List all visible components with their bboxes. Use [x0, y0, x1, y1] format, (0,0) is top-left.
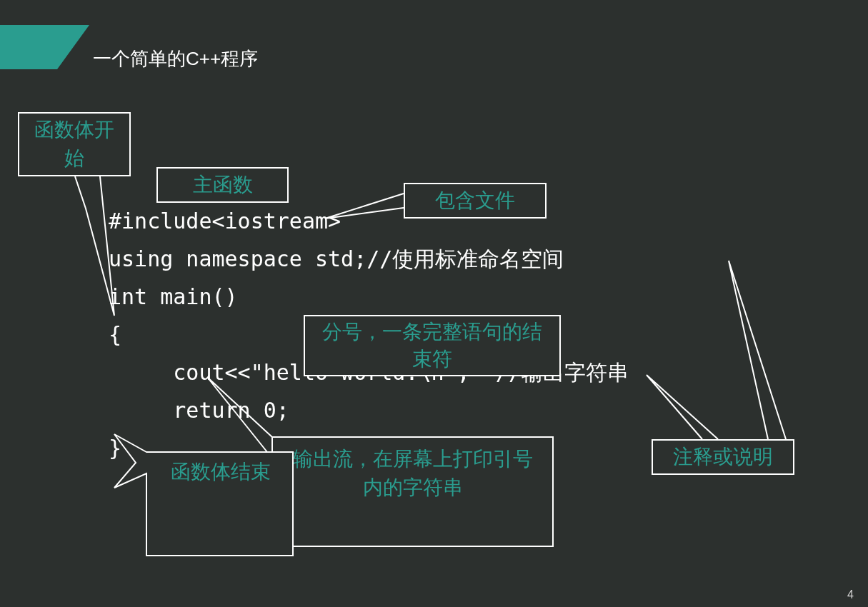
callout-cout: 输出流，在屏幕上打印引号 内的字符串 [271, 436, 554, 547]
callout-include: 包含文件 [404, 183, 547, 219]
accent-shape [0, 25, 57, 69]
pointer-comment [647, 375, 754, 443]
callout-func-begin: 函数体开 始 [18, 112, 131, 176]
callout-func-end-text: 函数体结束 [153, 455, 289, 489]
page-number: 4 [847, 588, 854, 601]
callout-semicolon: 分号，一条完整语句的结 束符 [304, 315, 561, 376]
callout-comment: 注释或说明 [652, 439, 794, 475]
callout-main-func: 主函数 [156, 167, 289, 203]
pointer-comment-2 [714, 261, 807, 443]
slide-title: 一个简单的C++程序 [93, 46, 258, 71]
